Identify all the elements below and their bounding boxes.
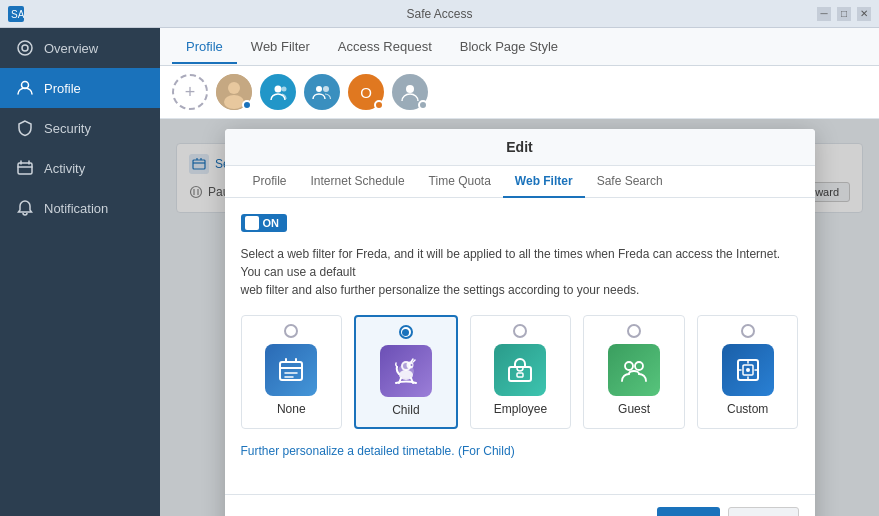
filter-radio-employee: [513, 324, 527, 338]
sidebar: Overview Profile Security: [0, 28, 160, 516]
edit-dialog: Edit Profile Internet Schedule Time Quot…: [225, 129, 815, 516]
window-controls: ─ □ ✕: [817, 7, 871, 21]
svg-point-11: [316, 86, 322, 92]
filter-guest-label: Guest: [618, 402, 650, 416]
dialog-overlay: Edit Profile Internet Schedule Time Quot…: [160, 119, 879, 516]
further-personalize-link[interactable]: Further personalize a detailed timetable…: [241, 444, 515, 458]
sidebar-item-overview-label: Overview: [44, 41, 98, 56]
avatar-freda-dot: [242, 100, 252, 110]
custom-icon-wrap: [722, 344, 774, 396]
child-icon-wrap: [380, 345, 432, 397]
none-icon-wrap: [265, 344, 317, 396]
svg-point-31: [746, 368, 750, 372]
ok-button[interactable]: OK: [657, 507, 720, 516]
dialog-body: ON Select a web filter for Freda, and it…: [225, 198, 815, 474]
avatar-freda[interactable]: [216, 74, 252, 110]
sidebar-item-notification-label: Notification: [44, 201, 108, 216]
avatar-gray[interactable]: [392, 74, 428, 110]
sidebar-item-activity-label: Activity: [44, 161, 85, 176]
activity-icon: [16, 159, 34, 177]
maximize-button[interactable]: □: [837, 7, 851, 21]
toggle-label: ON: [263, 217, 280, 229]
profile-icon: [16, 79, 34, 97]
main-content: Profile Web Filter Access Request Block …: [160, 28, 879, 516]
avatar-group2[interactable]: [304, 74, 340, 110]
sidebar-item-overview[interactable]: Overview: [0, 28, 160, 68]
toggle-knob: [245, 216, 259, 230]
svg-point-9: [275, 86, 282, 93]
filter-option-none[interactable]: None: [241, 315, 343, 429]
avatar-gray-dot: [418, 100, 428, 110]
filter-option-custom[interactable]: Custom: [697, 315, 799, 429]
filter-child-label: Child: [392, 403, 419, 417]
dialog-tabs: Profile Internet Schedule Time Quota Web…: [225, 166, 815, 198]
tab-web-filter[interactable]: Web Filter: [237, 31, 324, 64]
svg-point-8: [224, 95, 244, 109]
svg-text:SA: SA: [11, 9, 24, 20]
title-bar: SA Safe Access ─ □ ✕: [0, 0, 879, 28]
svg-point-3: [22, 45, 28, 51]
overview-icon: [16, 39, 34, 57]
avatar-orange[interactable]: O: [348, 74, 384, 110]
sidebar-item-notification[interactable]: Notification: [0, 188, 160, 228]
filter-custom-label: Custom: [727, 402, 768, 416]
filter-option-employee[interactable]: Employee: [470, 315, 572, 429]
svg-point-10: [282, 87, 287, 92]
filter-option-child[interactable]: Child: [354, 315, 458, 429]
close-button[interactable]: ✕: [857, 7, 871, 21]
tab-block-page-style[interactable]: Block Page Style: [446, 31, 572, 64]
svg-point-12: [323, 86, 329, 92]
filter-none-label: None: [277, 402, 306, 416]
svg-rect-26: [517, 373, 523, 377]
filter-description: Select a web filter for Freda, and it wi…: [241, 245, 799, 299]
cancel-button[interactable]: Cancel: [728, 507, 798, 516]
tab-profile[interactable]: Profile: [172, 31, 237, 64]
avatar-orange-dot: [374, 100, 384, 110]
minimize-button[interactable]: ─: [817, 7, 831, 21]
notification-icon: [16, 199, 34, 217]
dialog-tab-internet-schedule[interactable]: Internet Schedule: [299, 166, 417, 198]
avatar-group1[interactable]: [260, 74, 296, 110]
sidebar-item-security-label: Security: [44, 121, 91, 136]
filter-option-guest[interactable]: Guest: [583, 315, 685, 429]
sidebar-item-security[interactable]: Security: [0, 108, 160, 148]
avatar-group2-img: [304, 74, 340, 110]
app-icon: SA: [8, 6, 24, 22]
page-area: Set Web Filter Pause all Reward: [160, 119, 879, 516]
sidebar-item-profile-label: Profile: [44, 81, 81, 96]
avatars-bar: +: [160, 66, 879, 119]
toggle-row: ON: [241, 214, 799, 233]
svg-point-13: [406, 85, 414, 93]
filter-radio-guest: [627, 324, 641, 338]
svg-point-27: [625, 362, 633, 370]
dialog-title: Edit: [225, 129, 815, 166]
filter-grid: None: [241, 315, 799, 429]
dialog-tab-safe-search[interactable]: Safe Search: [585, 166, 675, 198]
avatar-group1-img: [260, 74, 296, 110]
filter-employee-label: Employee: [494, 402, 547, 416]
svg-point-24: [410, 364, 412, 366]
svg-point-28: [635, 362, 643, 370]
filter-radio-custom: [741, 324, 755, 338]
svg-point-2: [18, 41, 32, 55]
security-icon: [16, 119, 34, 137]
filter-radio-none: [284, 324, 298, 338]
dialog-footer: OK Cancel: [225, 494, 815, 516]
svg-rect-25: [509, 367, 531, 381]
add-user-button[interactable]: +: [172, 74, 208, 110]
employee-icon-wrap: [494, 344, 546, 396]
sidebar-item-activity[interactable]: Activity: [0, 148, 160, 188]
dialog-tab-profile[interactable]: Profile: [241, 166, 299, 198]
dialog-tab-time-quota[interactable]: Time Quota: [417, 166, 503, 198]
top-tabs: Profile Web Filter Access Request Block …: [160, 28, 879, 66]
tab-access-request[interactable]: Access Request: [324, 31, 446, 64]
svg-rect-5: [18, 163, 32, 174]
filter-radio-child: [399, 325, 413, 339]
dialog-tab-web-filter[interactable]: Web Filter: [503, 166, 585, 198]
app-title: Safe Access: [406, 7, 472, 21]
guest-icon-wrap: [608, 344, 660, 396]
sidebar-item-profile[interactable]: Profile: [0, 68, 160, 108]
on-toggle[interactable]: ON: [241, 214, 288, 232]
svg-point-7: [228, 82, 240, 94]
